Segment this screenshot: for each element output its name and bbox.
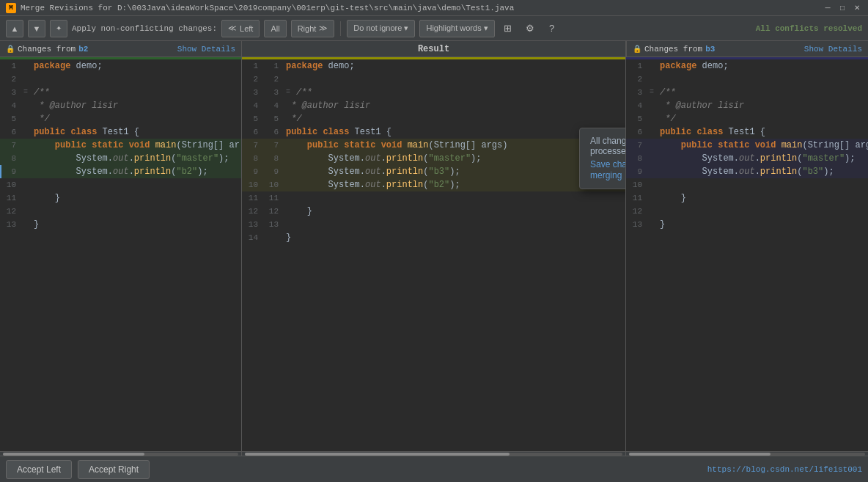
right-button-label: Right — [298, 24, 317, 33]
table-row: 5 5 */ — [242, 112, 625, 125]
right-lock-icon: 🔒 — [633, 45, 641, 54]
table-row: 10 — [626, 178, 868, 191]
table-row: 8 System.out.println("master"); — [626, 152, 868, 165]
table-row: 8 System.out.println("master"); — [0, 152, 241, 165]
cursor-indicator — [0, 165, 1, 178]
left-button-label: Left — [240, 24, 253, 33]
left-lock-icon: 🔒 — [6, 45, 15, 54]
table-row: 3 = /** — [626, 86, 868, 99]
table-row: 3 = /** — [0, 86, 241, 99]
table-row: 1 package demo; — [626, 59, 868, 73]
table-row: 12 — [0, 205, 241, 218]
title-bar: M Merge Revisions for D:\003Java\ideaWor… — [0, 0, 868, 16]
table-row: 6 public class Test1 { — [626, 125, 868, 139]
table-row: 1 1 package demo; — [242, 59, 625, 73]
table-row: 5 */ — [0, 112, 241, 125]
magic-button[interactable]: ✦ — [50, 20, 67, 37]
all-button-label: All — [271, 24, 279, 33]
right-panel-header: 🔒 Changes from b3 Show Details — [626, 41, 868, 56]
left-panel-header: 🔒 Changes from b2 Show Details — [0, 41, 242, 56]
table-row: 7 public static void main(String[] args — [626, 139, 868, 152]
gutter-eq-icon-r: = — [650, 88, 654, 96]
gutter-eq-icon-c: = — [286, 88, 290, 96]
left-panel-label: Changes from — [18, 45, 76, 54]
app-icon: M — [6, 3, 16, 13]
close-button[interactable]: ✕ — [852, 3, 862, 13]
minimize-button[interactable]: ─ — [823, 3, 833, 13]
ignore-label: Do not ignore ▾ — [353, 23, 408, 33]
table-row: 13 13 — [242, 218, 625, 231]
all-button[interactable]: All — [264, 20, 286, 37]
separator-1 — [340, 21, 341, 36]
center-panel-header: Result — [242, 41, 626, 56]
columns-button[interactable]: ⊞ — [499, 20, 517, 37]
table-row: 4 * @author lisir — [0, 99, 241, 112]
toolbar: ▲ ▼ ✦ Apply non-conflicting changes: ≪ L… — [0, 16, 868, 41]
table-row: 2 — [0, 73, 241, 86]
table-row: 1 package demo; — [0, 59, 241, 73]
tooltip-link[interactable]: Save changes and finish merging — [590, 159, 626, 180]
table-row: 9 System.out.println("b2"); — [0, 165, 241, 178]
center-editor-panel: 1 1 package demo; 2 2 3 3 = /** 4 4 * @ — [242, 57, 626, 456]
center-code-container[interactable]: 1 1 package demo; 2 2 3 3 = /** 4 4 * @ — [242, 59, 625, 451]
left-arrow-icon: ≪ — [228, 23, 237, 33]
resolved-text: All conflicts resolved — [756, 24, 862, 33]
left-editor-panel: 1 package demo; 2 3 = /** 4 * @author li… — [0, 57, 242, 456]
tooltip-title: All changes have been processed. — [590, 136, 626, 156]
table-row: 3 3 = /** — [242, 86, 625, 99]
table-row: 2 — [626, 73, 868, 86]
right-button[interactable]: Right ≫ — [291, 20, 335, 37]
table-row: 12 12 } — [242, 205, 625, 218]
table-row: 11 } — [626, 191, 868, 205]
editor-area: 1 package demo; 2 3 = /** 4 * @author li… — [0, 57, 868, 456]
table-row: 5 */ — [626, 112, 868, 125]
table-row: 7 7 public static void main(String[] arg… — [242, 139, 625, 152]
right-branch-name: b3 — [705, 45, 715, 54]
settings-button[interactable]: ⚙ — [521, 20, 539, 37]
next-change-button[interactable]: ▼ — [28, 20, 45, 37]
table-row: 11 11 — [242, 191, 625, 205]
gutter-eq-icon: = — [23, 88, 28, 96]
accept-right-button[interactable]: Accept Right — [78, 460, 150, 479]
highlight-dropdown[interactable]: Highlight words ▾ — [419, 20, 494, 37]
table-row: 11 } — [0, 191, 241, 205]
left-show-details-link[interactable]: Show Details — [177, 45, 235, 54]
table-row: 9 9 System.out.println("b3"); — [242, 165, 625, 178]
table-row: 6 6 public class Test1 { — [242, 125, 625, 139]
status-link[interactable]: https://blog.csdn.net/lifeist001 — [707, 465, 862, 474]
table-row: 8 8 System.out.println("master"); — [242, 152, 625, 165]
right-show-details-link[interactable]: Show Details — [804, 45, 862, 54]
maximize-button[interactable]: □ — [837, 3, 847, 13]
table-row: 6 public class Test1 { — [0, 125, 241, 139]
apply-label: Apply non-conflicting changes: — [72, 24, 217, 33]
table-row: 10 — [0, 178, 241, 191]
table-row: 7 public static void main(String[] ar — [0, 139, 241, 152]
table-row: 4 4 * @author lisir — [242, 99, 625, 112]
table-row: 12 — [626, 205, 868, 218]
table-row: 2 2 — [242, 73, 625, 86]
left-branch-name: b2 — [78, 45, 88, 54]
table-row: 10 10 System.out.println("b2"); — [242, 178, 625, 191]
panels-header: 🔒 Changes from b2 Show Details Result 🔒 … — [0, 41, 868, 57]
prev-change-button[interactable]: ▲ — [6, 20, 23, 37]
window-title: Merge Revisions for D:\003Java\ideaWorkS… — [21, 4, 514, 12]
table-row: 14 } — [242, 231, 625, 244]
table-row: 4 * @author lisir — [626, 99, 868, 112]
right-code-container[interactable]: 1 package demo; 2 3 = /** 4 * @author li… — [626, 59, 868, 451]
bottom-bar: Accept Left Accept Right https://blog.cs… — [0, 456, 868, 482]
table-row: 13 } — [626, 218, 868, 231]
highlight-label: Highlight words ▾ — [426, 23, 488, 33]
ignore-dropdown[interactable]: Do not ignore ▾ — [347, 20, 415, 37]
result-label: Result — [418, 44, 449, 54]
table-row: 9 System.out.println("b3"); — [626, 165, 868, 178]
table-row: 13 } — [0, 218, 241, 231]
accept-left-button[interactable]: Accept Left — [6, 460, 72, 479]
left-code-container[interactable]: 1 package demo; 2 3 = /** 4 * @author li… — [0, 59, 241, 451]
tooltip: All changes have been processed. Save ch… — [579, 128, 626, 189]
left-button[interactable]: ≪ Left — [221, 20, 260, 37]
help-button[interactable]: ? — [543, 20, 561, 37]
right-arrow-icon: ≫ — [319, 23, 328, 33]
right-editor-panel: 1 package demo; 2 3 = /** 4 * @author li… — [626, 57, 868, 456]
right-panel-label: Changes from — [644, 45, 702, 54]
